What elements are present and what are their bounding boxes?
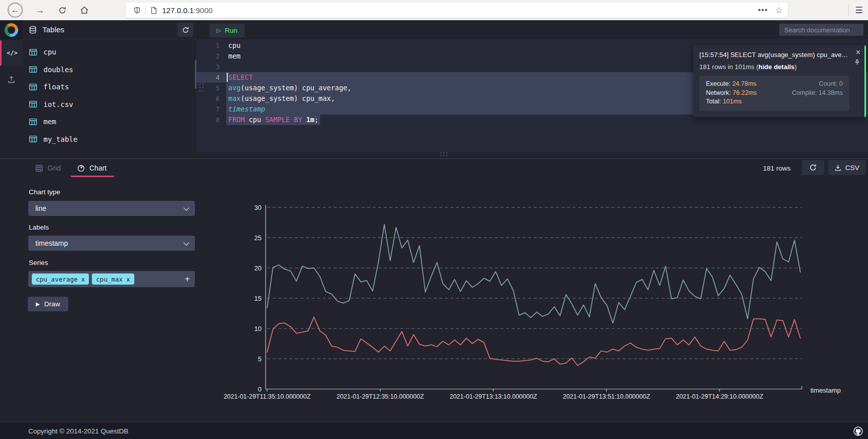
draw-play-icon: ▶ <box>36 301 40 307</box>
svg-text:15: 15 <box>254 295 262 302</box>
tables-header: Tables <box>23 20 196 39</box>
table-icon <box>29 83 37 91</box>
table-item-mem[interactable]: mem <box>23 113 196 131</box>
table-name: cpu <box>43 48 56 56</box>
download-icon <box>834 164 842 172</box>
pin-icon[interactable] <box>854 59 860 68</box>
results-tabbar: Grid Chart 181 rows CSV <box>0 159 868 177</box>
labels-label: Labels <box>29 224 49 231</box>
svg-text:0: 0 <box>258 386 262 393</box>
timing-metrics: Execute: 24.78msNetwork: 76.22msTotal: 1… <box>706 80 757 106</box>
splitter-handle[interactable] <box>440 152 448 156</box>
table-name: floats <box>43 83 69 91</box>
chip-remove-icon[interactable]: x <box>126 276 130 283</box>
browser-toolbar: ← → 127.0.0.1:9000 ••• ☆ ☰ <box>0 0 868 20</box>
table-icon <box>29 48 37 57</box>
tab-chart[interactable]: Chart <box>77 159 107 177</box>
svg-text:30: 30 <box>254 204 262 211</box>
table-name: doubles <box>43 66 73 74</box>
tables-refresh-button[interactable] <box>177 23 193 37</box>
url-bar[interactable]: 127.0.0.1:9000 ••• ☆ <box>126 3 788 18</box>
page-icon[interactable] <box>150 7 157 14</box>
questdb-logo[interactable] <box>0 20 23 39</box>
refresh-icon <box>182 26 189 34</box>
upload-icon <box>7 75 16 84</box>
chip-remove-icon[interactable]: x <box>81 276 85 283</box>
table-icon <box>29 100 37 108</box>
add-series-button[interactable]: + <box>185 274 190 284</box>
svg-text:25: 25 <box>254 234 262 242</box>
svg-text:20: 20 <box>254 264 262 272</box>
chart-type-label: Chart type <box>29 188 60 196</box>
table-name: iot.csv <box>43 100 73 108</box>
svg-text:10: 10 <box>254 325 262 333</box>
code-icon: </> <box>7 49 18 57</box>
table-item-cpu[interactable]: cpu <box>23 43 196 61</box>
pie-chart-icon <box>77 164 85 172</box>
rows-count: 181 rows <box>763 159 791 177</box>
panel-drag-handle[interactable] <box>199 84 204 92</box>
line-chart[interactable]: 3025201510502021-01-29T11:35:10.000000Z2… <box>222 201 863 409</box>
notification-summary: 181 rows in 101ms (hide details) <box>699 63 849 71</box>
search-documentation-input[interactable]: Search documentation <box>779 24 863 36</box>
svg-text:2021-01-29T13:51:10.000000Z: 2021-01-29T13:51:10.000000Z <box>563 393 650 400</box>
table-name: my_table <box>43 135 77 143</box>
page-actions-icon[interactable]: ••• <box>758 6 768 15</box>
toolbar-divider <box>848 4 849 16</box>
tables-list: cpudoublesfloatsiot.csvmemmy_table <box>23 43 196 148</box>
table-name: mem <box>43 118 56 126</box>
tables-title: Tables <box>42 25 64 34</box>
screen: ← → 127.0.0.1:9000 ••• ☆ ☰ <box>0 0 868 439</box>
sidebar-item-import[interactable] <box>0 71 23 88</box>
series-chip-cpu_average[interactable]: cpu_averagex <box>32 273 89 285</box>
series-input[interactable]: cpu_averagexcpu_maxx+ <box>28 271 195 287</box>
url-text[interactable]: 127.0.0.1:9000 <box>162 6 213 15</box>
left-rail: </> <box>0 20 23 422</box>
close-icon[interactable]: × <box>856 48 860 57</box>
footer: Copyright © 2014-2021 QuestDB <box>0 422 868 439</box>
svg-text:2021-01-29T11:35:10.000000Z: 2021-01-29T11:35:10.000000Z <box>224 393 311 400</box>
github-icon[interactable] <box>853 426 863 436</box>
url-divider <box>145 6 146 15</box>
bookmark-star-icon[interactable]: ☆ <box>775 5 783 16</box>
table-item-my_table[interactable]: my_table <box>23 131 196 148</box>
browser-forward-button[interactable]: → <box>32 0 47 20</box>
grid-icon <box>35 164 43 172</box>
table-icon <box>29 118 37 126</box>
series-label: Series <box>29 259 48 266</box>
svg-text:2021-01-29T14:29:10.000000Z: 2021-01-29T14:29:10.000000Z <box>676 393 763 400</box>
hide-details-link[interactable]: hide details <box>758 63 795 71</box>
notification-details: Execute: 24.78msNetwork: 76.22msTotal: 1… <box>699 76 849 111</box>
questdb-console: </> Tables cpudoublesfloatsiot.csvmemmy_… <box>0 20 868 439</box>
browser-reload-button[interactable] <box>55 0 70 20</box>
results-refresh-button[interactable] <box>802 160 824 175</box>
labels-select[interactable]: timestamp <box>28 236 195 251</box>
table-item-floats[interactable]: floats <box>23 78 196 96</box>
download-csv-button[interactable]: CSV <box>828 160 865 175</box>
browser-menu-button[interactable]: ☰ <box>852 0 865 20</box>
browser-back-button[interactable]: ← <box>7 0 23 20</box>
svg-text:2021-01-29T13:13:10.000000Z: 2021-01-29T13:13:10.000000Z <box>449 393 537 400</box>
count-metrics: Count: 0Compile: 14.38ms <box>792 80 843 106</box>
table-icon <box>29 65 37 74</box>
run-button[interactable]: ▷Run <box>210 24 244 37</box>
editor-caret <box>227 73 228 82</box>
copyright-text: Copyright © 2014-2021 QuestDB <box>28 422 128 439</box>
home-icon <box>80 6 89 15</box>
draw-button[interactable]: ▶Draw <box>28 297 68 311</box>
svg-text:timestamp: timestamp <box>810 387 841 394</box>
tab-grid[interactable]: Grid <box>35 159 61 177</box>
table-item-doubles[interactable]: doubles <box>23 61 196 79</box>
svg-text:2021-01-29T12:35:10.000000Z: 2021-01-29T12:35:10.000000Z <box>336 393 424 400</box>
refresh-icon <box>809 163 817 172</box>
sidebar-item-console[interactable]: </> <box>0 40 23 66</box>
table-icon <box>29 135 37 143</box>
notification-title: [15:57:54] SELECT avg(usage_system) cpu_… <box>699 51 849 59</box>
svg-text:5: 5 <box>258 355 262 363</box>
series-chip-cpu_max[interactable]: cpu_maxx <box>92 273 134 285</box>
shield-icon[interactable] <box>133 7 141 14</box>
reload-icon <box>58 6 67 15</box>
table-item-iot.csv[interactable]: iot.csv <box>23 96 196 114</box>
chart-type-select[interactable]: line <box>28 201 195 216</box>
browser-home-button[interactable] <box>77 0 92 20</box>
